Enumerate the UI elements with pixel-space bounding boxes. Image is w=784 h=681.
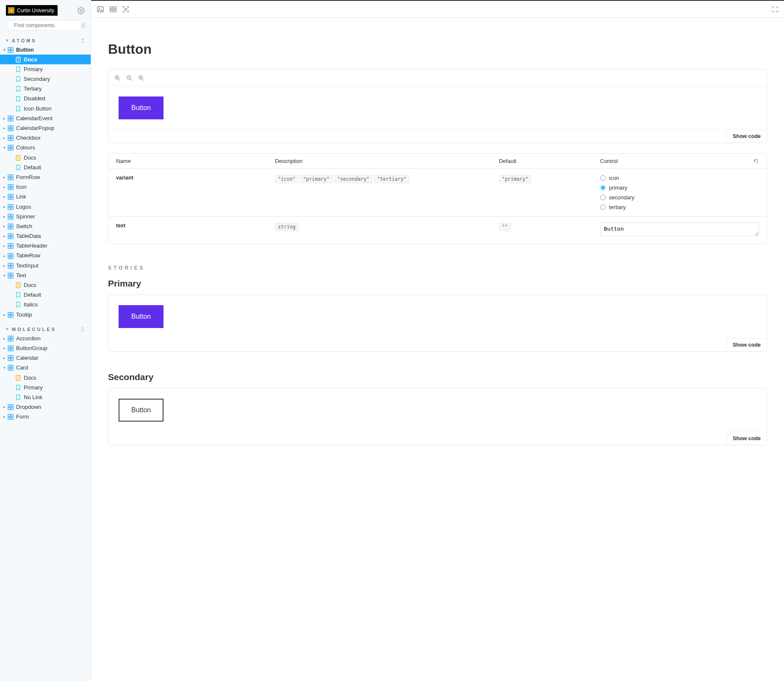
radio-primary[interactable]: primary [600, 185, 759, 191]
tree-item-button[interactable]: ▾Button [0, 45, 91, 55]
tree-item-primary[interactable]: Primary [0, 64, 91, 74]
radio-secondary[interactable]: secondary [600, 194, 759, 201]
show-code-button[interactable]: Show code [726, 432, 767, 445]
tree-item-card[interactable]: ▾Card [0, 363, 91, 373]
tree-item-default[interactable]: Default [0, 290, 91, 300]
tree-item-label: Disabled [24, 95, 45, 102]
type-pill: string [275, 223, 299, 231]
tree-item-spinner[interactable]: ▸Spinner [0, 212, 91, 221]
gear-icon[interactable] [77, 7, 85, 14]
outline-icon[interactable] [122, 6, 129, 13]
radio-label: tertiary [609, 204, 626, 210]
component-icon [8, 414, 14, 420]
tree-item-icon-button[interactable]: Icon Button [0, 104, 91, 113]
tree-item-no-link[interactable]: No Link [0, 392, 91, 402]
brand-text: Curtin University [17, 8, 54, 14]
grid-icon[interactable] [110, 6, 116, 13]
tree-item-link[interactable]: ▸Link [0, 192, 91, 202]
tree-item-label: Tertiary [24, 85, 42, 93]
tree-item-secondary[interactable]: Secondary [0, 74, 91, 84]
tree-item-logos[interactable]: ▸Logos [0, 202, 91, 212]
tree-item-tablerow[interactable]: ▸TableRow [0, 251, 91, 261]
story-icon [15, 394, 21, 400]
tree-item-label: Card [16, 364, 28, 372]
tree-item-docs[interactable]: Docs [0, 281, 91, 290]
tree-item-label: Colours [16, 144, 35, 152]
story-icon [15, 96, 21, 102]
preview-button-primary[interactable]: Button [119, 96, 163, 119]
tree-item-switch[interactable]: ▸Switch [0, 221, 91, 231]
tree-item-icon[interactable]: ▸Icon [0, 182, 91, 192]
tree-item-italics[interactable]: Italics [0, 300, 91, 310]
story-button-secondary[interactable]: Button [119, 399, 163, 422]
col-control: Control [600, 158, 618, 164]
section-molecules[interactable]: ▾ MOLECULES [0, 324, 91, 334]
tree-item-label: Calendar [16, 354, 39, 362]
tree-item-form[interactable]: ▸Form [0, 412, 91, 422]
tree-item-textinput[interactable]: ▸TextInput [0, 261, 91, 270]
tree-item-label: Secondary [24, 75, 50, 83]
brand-logo[interactable]: ⊕ Curtin University [6, 5, 58, 16]
tree-item-tableheader[interactable]: ▸TableHeader [0, 241, 91, 251]
arg-default: "primary" [499, 175, 600, 186]
component-icon [8, 194, 14, 200]
default-pill: "primary" [499, 175, 531, 183]
tree-item-checkbox[interactable]: ▸Checkbox [0, 133, 91, 143]
page-title: Button [108, 41, 767, 57]
tree-item-default[interactable]: Default [0, 163, 91, 172]
tree-item-docs[interactable]: Docs [0, 373, 91, 383]
component-icon [8, 174, 14, 180]
tree-item-tabledata[interactable]: ▸TableData [0, 232, 91, 241]
story-icon [15, 106, 21, 112]
tree-item-docs[interactable]: Docs [0, 55, 91, 64]
zoom-out-icon[interactable] [126, 75, 132, 81]
updown-icon[interactable] [80, 327, 85, 331]
text-control[interactable] [600, 223, 759, 236]
component-icon [8, 345, 14, 351]
tree-item-tertiary[interactable]: Tertiary [0, 84, 91, 94]
tree-item-calendar[interactable]: ▸Calendar [0, 353, 91, 363]
tree-item-calendarevent[interactable]: ▸CalendarEvent [0, 113, 91, 123]
story-icon [15, 165, 21, 171]
tree-item-buttongroup[interactable]: ▸ButtonGroup [0, 343, 91, 353]
tree-item-calendarpopup[interactable]: ▸CalendarPopup [0, 124, 91, 133]
radio-tertiary[interactable]: tertiary [600, 204, 759, 210]
tree-item-colours[interactable]: ▾Colours [0, 143, 91, 153]
radio-label: icon [609, 175, 619, 181]
tree-item-docs[interactable]: Docs [0, 153, 91, 163]
tree-item-primary[interactable]: Primary [0, 383, 91, 392]
tree-item-label: CalendarPopup [16, 124, 54, 132]
tree-item-dropdown[interactable]: ▸Dropdown [0, 403, 91, 412]
tree-item-label: Icon Button [24, 105, 52, 113]
story-icon [15, 385, 21, 391]
show-code-button[interactable]: Show code [726, 338, 767, 351]
tree-item-label: Accordion [16, 335, 41, 342]
reset-icon[interactable] [753, 158, 759, 164]
component-icon [8, 263, 14, 269]
zoom-reset-icon[interactable] [138, 75, 144, 81]
tree-item-tooltip[interactable]: ▸Tooltip [0, 310, 91, 320]
image-icon[interactable] [97, 6, 104, 13]
arg-description: string [275, 223, 499, 234]
args-table: Name Description Default Control variant… [108, 153, 767, 244]
story-button-primary[interactable]: Button [119, 305, 163, 328]
args-row-text: textstring"" [108, 216, 767, 243]
zoom-in-icon[interactable] [114, 75, 120, 81]
tree-item-formrow[interactable]: ▸FormRow [0, 172, 91, 182]
updown-icon[interactable] [80, 39, 85, 43]
search-field[interactable] [14, 22, 80, 28]
tree-item-text[interactable]: ▾Text [0, 270, 91, 280]
section-atoms[interactable]: ▾ ATOMS [0, 35, 91, 45]
tree-item-label: Logos [16, 203, 31, 211]
main: Button Button Show code Name [91, 0, 784, 681]
component-icon [8, 184, 14, 190]
search-input[interactable]: / [6, 20, 85, 31]
radio-icon[interactable]: icon [600, 175, 759, 181]
doc-icon [15, 282, 21, 288]
fullscreen-icon[interactable] [772, 6, 778, 12]
tree-item-disabled[interactable]: Disabled [0, 94, 91, 104]
tree-item-label: No Link [24, 394, 42, 401]
tree-item-accordion[interactable]: ▸Accordion [0, 334, 91, 343]
tree-item-label: Switch [16, 223, 32, 230]
show-code-button[interactable]: Show code [726, 130, 767, 143]
